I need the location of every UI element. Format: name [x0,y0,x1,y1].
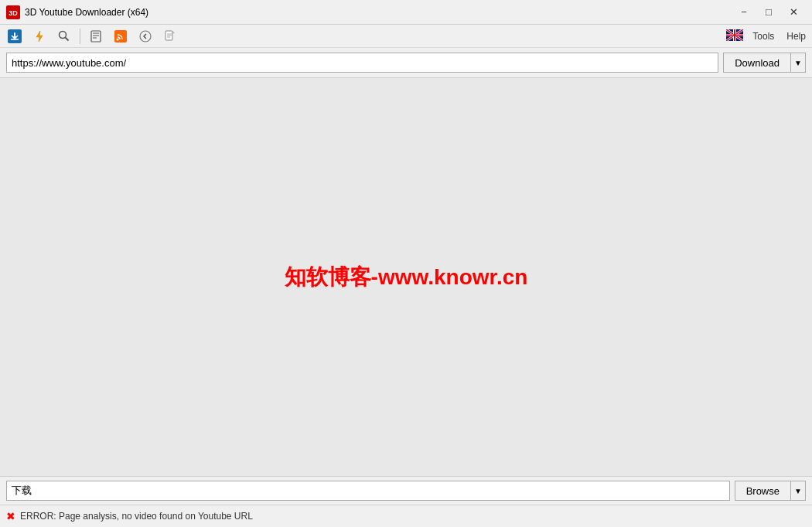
error-text: ERROR: Page analysis, no video found on … [20,511,253,522]
title-bar: 3D 3D Youtube Downloader (x64) − □ ✕ [0,0,812,25]
download-button[interactable]: Download [723,53,790,73]
save-path-input[interactable] [6,481,730,501]
rss-button[interactable] [109,26,132,46]
title-bar-left: 3D 3D Youtube Downloader (x64) [6,5,148,19]
close-button[interactable]: ✕ [781,2,806,23]
main-content: 知软博客-www.knowr.cn [0,78,812,476]
app-icon: 3D [6,5,20,19]
browse-button-group: Browse ▼ [735,481,806,501]
tools-menu[interactable]: Tools [749,29,777,43]
svg-marker-7 [36,31,43,42]
window-title: 3D Youtube Downloader (x64) [25,7,148,18]
svg-rect-14 [114,30,127,42]
menu-bar-right: Tools Help [726,29,809,43]
svg-point-8 [60,31,67,38]
save-path-row: Browse ▼ [0,477,812,505]
toolbar-left [3,26,182,46]
error-row: ✖ ERROR: Page analysis, no video found o… [0,505,812,527]
browse-button[interactable]: Browse [735,481,790,501]
download-dropdown-button[interactable]: ▼ [790,53,806,73]
svg-marker-18 [172,31,175,33]
toolbar-separator-1 [80,29,80,44]
download-button-group: Download ▼ [723,53,806,73]
menu-bar: Tools Help [0,25,812,48]
svg-line-9 [66,37,69,40]
url-bar: Download ▼ [0,48,812,78]
error-icon: ✖ [6,510,15,522]
svg-rect-30 [726,34,743,36]
page-button[interactable] [159,26,182,46]
svg-point-15 [117,38,119,40]
back-button[interactable] [134,26,157,46]
watermark-text: 知软博客-www.knowr.cn [285,263,528,292]
search-button[interactable] [53,26,76,46]
lightning-button[interactable] [28,26,51,46]
svg-text:3D: 3D [9,9,18,17]
svg-point-16 [140,31,151,42]
window-controls: − □ ✕ [732,2,806,23]
help-menu[interactable]: Help [783,29,809,43]
svg-rect-10 [91,31,101,42]
flag-uk [726,29,743,43]
maximize-button[interactable]: □ [756,2,781,23]
download-toolbar-button[interactable] [3,26,26,46]
bottom-bar: Browse ▼ ✖ ERROR: Page analysis, no vide… [0,476,812,527]
url-input[interactable] [6,53,718,73]
bookmark-button[interactable] [84,26,107,46]
browse-dropdown-button[interactable]: ▼ [790,481,806,501]
minimize-button[interactable]: − [732,2,756,23]
